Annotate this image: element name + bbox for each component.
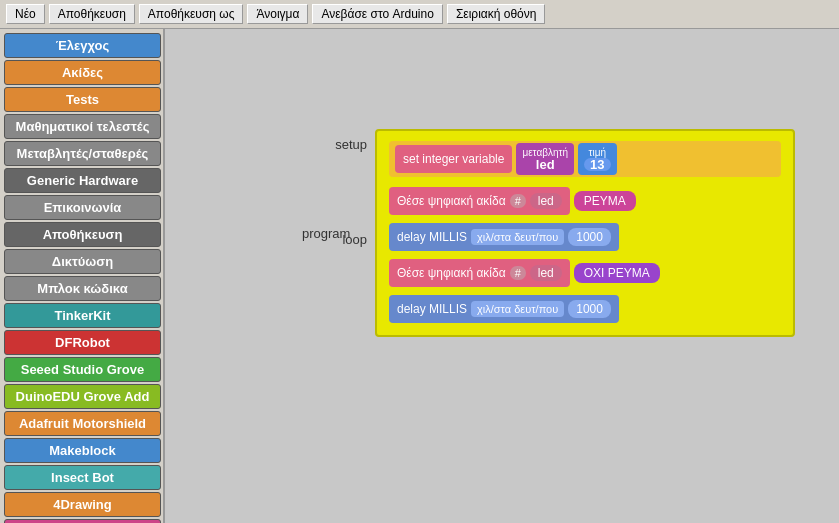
digital-pin-text-1: Θέσε ψηφιακή ακίδα (397, 194, 506, 208)
open-button[interactable]: Άνοιγμα (247, 4, 308, 24)
main-area: ΈλεγχοςΑκίδεςTestsΜαθηματικοί τελεστέςΜε… (0, 29, 839, 523)
loop-block-2: delay MILLIS χιλ/στα δευτ/που 1000 (389, 221, 781, 253)
sidebar: ΈλεγχοςΑκίδεςTestsΜαθηματικοί τελεστέςΜε… (0, 29, 165, 523)
delay-block-2: delay MILLIS χιλ/στα δευτ/που 1000 (389, 295, 619, 323)
sidebar-communication[interactable]: Επικοινωνία (4, 195, 161, 220)
digital-pin-block-1: Θέσε ψηφιακή ακίδα # led (389, 187, 570, 215)
peyma-state: PEYMA (574, 191, 636, 211)
sidebar-math[interactable]: Μαθηματικοί τελεστές (4, 114, 161, 139)
program-block: program set integer variable μεταβλητή l… (375, 129, 795, 337)
loop-block-1: Θέσε ψηφιακή ακίδα # led PEYMA (389, 185, 781, 217)
digital-pin-text-2: Θέσε ψηφιακή ακίδα (397, 266, 506, 280)
led-pin-2: led (530, 265, 562, 281)
blocks-container: setup loop program set integer variable … (375, 129, 795, 337)
sidebar-tinkerkit[interactable]: TinkerKit (4, 303, 161, 328)
program-label: program (302, 226, 350, 241)
loop-block-3: Θέσε ψηφιακή ακίδα # led ΟΧΙ PEYMA (389, 257, 781, 289)
sidebar-insectbot[interactable]: Insect Bot (4, 465, 161, 490)
sidebar-storage[interactable]: Αποθήκευση (4, 222, 161, 247)
delay-unit-1: χιλ/στα δευτ/που (471, 229, 564, 245)
sidebar-vars[interactable]: Μεταβλητές/σταθερές (4, 141, 161, 166)
sidebar-littlebits[interactable]: LittleBits (4, 519, 161, 523)
delay-value-1: 1000 (568, 228, 611, 246)
save-as-button[interactable]: Αποθήκευση ως (139, 4, 244, 24)
sidebar-dfrobot[interactable]: DFRobot (4, 330, 161, 355)
upload-button[interactable]: Ανεβάσε στο Arduino (312, 4, 442, 24)
delay-unit-2: χιλ/στα δευτ/που (471, 301, 564, 317)
sidebar-akides[interactable]: Ακίδες (4, 60, 161, 85)
sidebar-elegxos[interactable]: Έλεγχος (4, 33, 161, 58)
hash-2: # (510, 266, 526, 280)
toolbar: ΝέοΑποθήκευσηΑποθήκευση ωςΆνοιγμαΑνεβάσε… (0, 0, 839, 29)
sidebar-duinoedu[interactable]: DuinoEDU Grove Add (4, 384, 161, 409)
save-button[interactable]: Αποθήκευση (49, 4, 135, 24)
canvas-area: setup loop program set integer variable … (165, 29, 839, 523)
sidebar-seeed[interactable]: Seeed Studio Grove (4, 357, 161, 382)
sidebar-network[interactable]: Δικτύωση (4, 249, 161, 274)
sidebar-codeblock[interactable]: Μπλοκ κώδικα (4, 276, 161, 301)
value-pill: τιμή 13 (578, 143, 616, 175)
loop-block-4: delay MILLIS χιλ/στα δευτ/που 1000 (389, 293, 781, 325)
sidebar-tests[interactable]: Tests (4, 87, 161, 112)
sidebar-adafruit[interactable]: Adafruit Motorshield (4, 411, 161, 436)
digital-pin-block-2: Θέσε ψηφιακή ακίδα # led (389, 259, 570, 287)
delay-value-2: 1000 (568, 300, 611, 318)
setup-block: set integer variable μεταβλητή led τιμή … (389, 141, 781, 177)
set-integer-text: set integer variable (395, 145, 512, 173)
variable-pill: μεταβλητή led (516, 143, 574, 175)
delay-block-1: delay MILLIS χιλ/στα δευτ/που 1000 (389, 223, 619, 251)
sidebar-generic[interactable]: Generic Hardware (4, 168, 161, 193)
hash-1: # (510, 194, 526, 208)
value-label: τιμή (589, 148, 607, 158)
value-number: 13 (584, 158, 610, 171)
oxi-peyma-state: ΟΧΙ PEYMA (574, 263, 660, 283)
serial-monitor-button[interactable]: Σειριακή οθόνη (447, 4, 546, 24)
delay-text-1: delay MILLIS (397, 230, 467, 244)
variable-label: μεταβλητή (522, 148, 568, 158)
setup-label: setup (335, 137, 367, 152)
sidebar-4drawing[interactable]: 4Drawing (4, 492, 161, 517)
led-pin-1: led (530, 193, 562, 209)
delay-text-2: delay MILLIS (397, 302, 467, 316)
sidebar-makeblock[interactable]: Makeblock (4, 438, 161, 463)
variable-value: led (536, 158, 555, 171)
new-button[interactable]: Νέο (6, 4, 45, 24)
